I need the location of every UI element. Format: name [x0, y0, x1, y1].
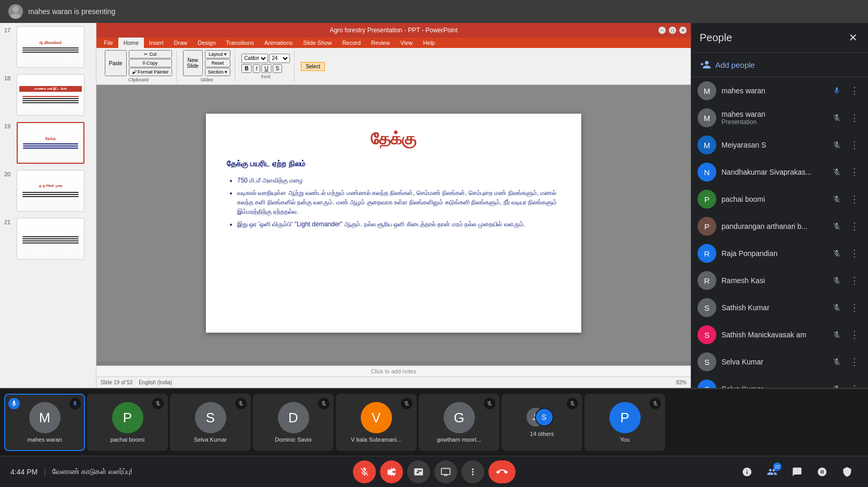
slide-panel[interactable]: 17 ஆ நிர்லவங்கள் 18 வாணாசு மலர் இட்ட மேல… — [0, 23, 96, 388]
present-button[interactable] — [434, 460, 457, 483]
video-thumb-6[interactable]: S 14 others — [502, 394, 582, 451]
participant-more-6[interactable]: ⋮ — [847, 246, 862, 261]
slide-thumb-17[interactable]: 17 ஆ நிர்லவங்கள் — [0, 23, 96, 71]
ribbon-tab-record[interactable]: Record — [337, 38, 365, 48]
thumb-mic-0 — [69, 398, 81, 409]
slide-thumb-18[interactable]: 18 வாணாசு மலர் இட்ட மேல் — [0, 71, 96, 119]
new-slide-button[interactable]: NewSlide — [183, 50, 203, 76]
participant-mic-10[interactable] — [829, 355, 844, 369]
ribbon-tab-transitions[interactable]: Transitions — [221, 38, 259, 48]
info-button[interactable] — [737, 461, 757, 482]
participant-mic-8[interactable] — [829, 300, 844, 315]
video-thumb-7[interactable]: P You — [584, 394, 665, 451]
slide-preview-19[interactable]: தேக்கு — [17, 122, 84, 164]
participant-mic-9[interactable] — [829, 327, 844, 342]
ppt-restore-btn[interactable]: ◻ — [669, 27, 676, 34]
participant-more-0[interactable]: ⋮ — [847, 83, 862, 98]
format-painter-button[interactable]: 🖌 Format Painter — [129, 68, 172, 76]
ribbon-tab-file[interactable]: File — [99, 38, 118, 48]
video-thumb-3[interactable]: D Dominic Savio — [253, 394, 334, 451]
participant-more-2[interactable]: ⋮ — [847, 138, 862, 152]
ppt-close-btn[interactable]: ✕ — [679, 27, 687, 34]
slide-subtitle: தேக்கு பயரிட ஏற்ற நிலம் — [227, 159, 560, 168]
ribbon-tabs: File Home Insert Draw Design Transitions… — [96, 38, 691, 48]
captions-button[interactable] — [407, 460, 430, 483]
ribbon-tab-help[interactable]: Help — [418, 38, 441, 48]
slide-thumb-20[interactable]: 20 ஐ. ஐ சிங்கர் முறை — [0, 167, 96, 215]
video-thumb-0[interactable]: M mahes waran — [4, 394, 85, 451]
mic-toggle-button[interactable] — [353, 460, 376, 483]
video-thumb-1[interactable]: P pachai boomi — [87, 394, 168, 451]
bold-button[interactable]: B — [241, 64, 251, 73]
participants-button[interactable]: 22 — [762, 461, 783, 482]
activities-button[interactable] — [812, 461, 833, 482]
participant-mic-11[interactable] — [829, 382, 844, 388]
section-button[interactable]: Section ▾ — [205, 68, 231, 76]
participant-more-1[interactable]: ⋮ — [847, 111, 862, 125]
slide-thumb-19[interactable]: 19 தேக்கு — [0, 119, 96, 167]
ppt-container: 17 ஆ நிர்லவங்கள் 18 வாணாசு மலர் இட்ட மேல… — [0, 23, 691, 388]
slide-preview-18[interactable]: வாணாசு மலர் இட்ட மேல் — [17, 74, 84, 116]
participant-mic-0[interactable] — [829, 83, 844, 98]
participant-sub-1: Presentation — [722, 118, 824, 126]
layout-button[interactable]: Layout ▾ — [205, 50, 231, 58]
participant-more-10[interactable]: ⋮ — [847, 355, 862, 369]
ribbon-tab-insert[interactable]: Insert — [144, 38, 169, 48]
copy-button[interactable]: ⎘ Copy — [129, 59, 172, 67]
participant-mic-2[interactable] — [829, 138, 844, 152]
paste-button[interactable]: Paste — [105, 50, 127, 76]
participant-mic-3[interactable] — [829, 165, 844, 179]
participant-more-9[interactable]: ⋮ — [847, 327, 862, 342]
zoom-level: 82% — [676, 380, 687, 385]
participant-mic-6[interactable] — [829, 246, 844, 261]
slide-preview-20[interactable]: ஐ. ஐ சிங்கர் முறை — [17, 170, 84, 212]
camera-toggle-button[interactable] — [380, 460, 403, 483]
presenter-avatar — [8, 4, 23, 19]
video-thumb-4[interactable]: V V bala Subramani... — [336, 394, 417, 451]
participant-more-5[interactable]: ⋮ — [847, 219, 862, 234]
participant-more-4[interactable]: ⋮ — [847, 192, 862, 206]
slide-notes-area[interactable]: Click to add notes — [96, 366, 691, 376]
cut-button[interactable]: ✂ Cut — [129, 50, 172, 58]
ribbon-tab-review[interactable]: Review — [366, 38, 395, 48]
font-size-select[interactable]: 24 — [269, 54, 290, 63]
participant-more-8[interactable]: ⋮ — [847, 300, 862, 315]
end-call-button[interactable] — [488, 460, 516, 483]
font-label: Font — [241, 74, 290, 79]
add-people-label: Add people — [715, 60, 755, 69]
participant-more-11[interactable]: ⋮ — [847, 382, 862, 388]
select-button[interactable]: Select — [301, 62, 325, 71]
participant-more-3[interactable]: ⋮ — [847, 165, 862, 179]
video-thumb-5[interactable]: G gowtham moort... — [419, 394, 499, 451]
slide-preview-17[interactable]: ஆ நிர்லவங்கள் — [17, 26, 84, 68]
participant-mic-4[interactable] — [829, 192, 844, 206]
add-people-button[interactable]: Add people — [691, 53, 868, 77]
slide-thumb-21[interactable]: 21 — [0, 215, 96, 263]
participant-more-7[interactable]: ⋮ — [847, 273, 862, 288]
meeting-name: வேளாண் காடுகள் வளர்ப்பு! — [52, 467, 132, 476]
participant-mic-5[interactable] — [829, 219, 844, 234]
controls-bar: 4:44 PM | வேளாண் காடுகள் வளர்ப்பு! 22 — [0, 456, 868, 487]
slide-num-17: 17 — [4, 26, 14, 33]
ppt-minimize-btn[interactable]: ─ — [658, 27, 666, 34]
ribbon-tab-slideshow[interactable]: Slide Show — [298, 38, 337, 48]
chat-button[interactable] — [787, 461, 808, 482]
underline-button[interactable]: U — [261, 64, 271, 73]
ribbon-tab-draw[interactable]: Draw — [169, 38, 193, 48]
reset-button[interactable]: Reset — [205, 59, 231, 67]
participant-mic-7[interactable] — [829, 273, 844, 288]
ribbon-tab-animations[interactable]: Animations — [259, 38, 298, 48]
participant-item: N Nandhakumar Sivaprakas... ⋮ — [691, 159, 868, 186]
strikethrough-button[interactable]: S — [273, 64, 283, 73]
close-people-button[interactable]: ✕ — [847, 29, 860, 46]
italic-button[interactable]: I — [253, 64, 261, 73]
font-family-select[interactable]: Calibri — [241, 54, 268, 63]
ribbon-tab-view[interactable]: View — [395, 38, 418, 48]
more-options-button[interactable] — [461, 460, 484, 483]
security-button[interactable] — [837, 461, 858, 482]
video-thumb-2[interactable]: S Selva Kumar — [170, 394, 251, 451]
ribbon-tab-home[interactable]: Home — [118, 38, 144, 48]
participant-mic-1[interactable] — [829, 111, 844, 125]
ribbon-tab-design[interactable]: Design — [192, 38, 221, 48]
slide-preview-21[interactable] — [17, 218, 84, 260]
